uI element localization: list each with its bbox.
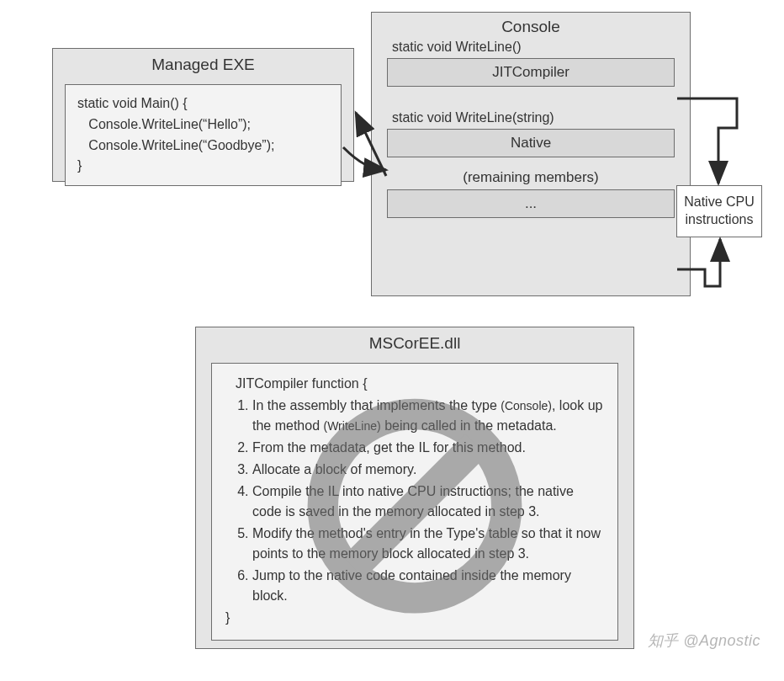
mscoree-title: MSCorEE.dll <box>196 327 633 356</box>
jit-step: Modify the method's entry in the Type's … <box>252 524 604 564</box>
console-panel: Console static void WriteLine() JITCompi… <box>371 12 691 296</box>
native-cpu-label: Native CPU instructions <box>677 194 761 229</box>
code-line: } <box>77 156 329 177</box>
watermark: 知乎 @Agnostic <box>648 630 760 651</box>
remaining-box: ... <box>387 189 675 218</box>
managed-exe-code-box: static void Main() { Console.WriteLine(“… <box>65 84 342 186</box>
code-line: Console.WriteLine(“Goodbye”); <box>77 136 329 157</box>
method1-box: JITCompiler <box>387 58 675 87</box>
mscoree-panel: MSCorEE.dll JITCompiler function { In th… <box>195 327 634 649</box>
jit-step: From the metadata, get the IL for this m… <box>252 438 604 458</box>
code-line: Console.WriteLine(“Hello”); <box>77 114 329 136</box>
code-line: static void Main() { <box>77 93 329 114</box>
jit-step: Compile the IL into native CPU instructi… <box>252 481 604 522</box>
jit-step: Allocate a block of memory. <box>252 460 604 480</box>
console-title: Console <box>372 13 690 40</box>
mscoree-body: JITCompiler function { In the assembly t… <box>211 363 618 641</box>
remaining-label: (remaining members) <box>372 169 690 186</box>
jit-header: JITCompiler function { <box>236 374 604 394</box>
jit-footer: } <box>225 608 604 628</box>
native-cpu-box: Native CPU instructions <box>676 185 762 237</box>
jit-steps-list: In the assembly that implements the type… <box>225 396 604 606</box>
managed-exe-panel: Managed EXE static void Main() { Console… <box>52 48 354 182</box>
jit-step: In the assembly that implements the type… <box>252 396 604 436</box>
method2-box: Native <box>387 129 675 157</box>
jit-step: Jump to the native code contained inside… <box>252 566 604 606</box>
method2-signature: static void WriteLine(string) <box>392 110 690 125</box>
method1-signature: static void WriteLine() <box>392 40 690 55</box>
managed-exe-title: Managed EXE <box>53 49 353 77</box>
